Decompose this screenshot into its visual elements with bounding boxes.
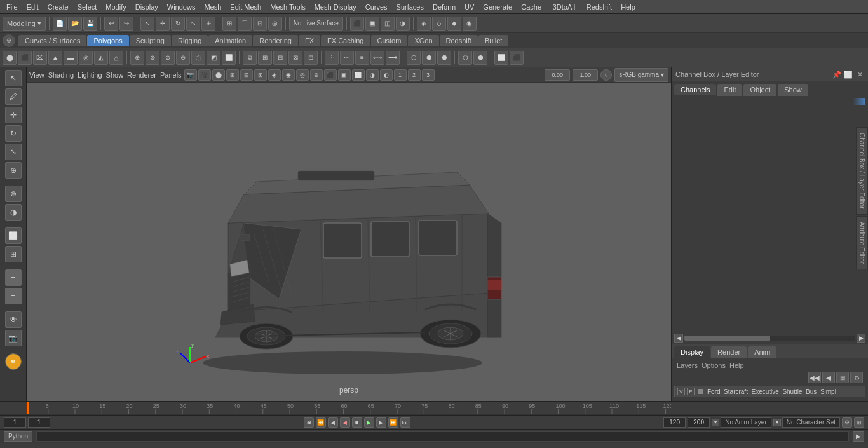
tab-rendering[interactable]: Rendering [253,35,298,46]
file-new-btn[interactable]: 📄 [53,17,67,31]
menu-edit-mesh[interactable]: Edit Mesh [226,2,265,12]
vp-res2-btn[interactable]: 2 [408,69,421,81]
attribute-editor-edge-tab[interactable]: Attribute Editor [856,216,868,269]
menu-deform[interactable]: Deform [429,2,459,12]
menu-file[interactable]: File [3,2,22,12]
disp-tab-display[interactable]: Display [674,346,710,358]
tab-sculpting[interactable]: Sculpting [130,35,171,46]
panel-close-btn[interactable]: ✕ [855,70,864,79]
vp-shading2-btn[interactable]: ▣ [338,69,351,81]
insert-loop-btn[interactable]: ⋯ [340,51,354,65]
prism-btn[interactable]: ◭ [94,51,108,65]
tab-fx-caching[interactable]: FX Caching [321,35,370,46]
python-lang-btn[interactable]: Python [4,431,32,442]
crease-btn[interactable]: ⬢ [422,51,436,65]
tab-xgen[interactable]: XGen [408,35,438,46]
current-frame-field[interactable]: 1 [4,417,26,428]
color-space-dropdown[interactable]: sRGB gamma▾ [614,68,668,82]
layer-ref-btn[interactable]: P [687,388,695,395]
render4-btn[interactable]: ◑ [396,17,410,31]
layers-prev-btn[interactable]: ◀◀ [808,372,821,383]
layers-back-btn[interactable]: ◀ [822,372,835,383]
vp-cam-btn[interactable]: 📷 [184,69,197,81]
menu-mesh-display[interactable]: Mesh Display [311,2,360,12]
menu-uv[interactable]: UV [461,2,478,12]
chamfer-btn[interactable]: ⬣ [437,51,451,65]
split-btn[interactable]: ⋮ [325,51,339,65]
connect-btn[interactable]: ⟶ [386,51,400,65]
menu-create[interactable]: Create [44,2,72,12]
vp-menu-renderer[interactable]: Renderer [127,71,156,79]
workspace-dropdown[interactable]: Modeling ▾ [3,17,46,31]
weld-btn[interactable]: ⬢ [473,51,487,65]
tab-fx[interactable]: FX [299,35,320,46]
pb-settings-btn[interactable]: ⚙ [842,417,852,428]
menu-surfaces[interactable]: Surfaces [393,2,428,12]
booleans-btn[interactable]: ⊖ [176,51,190,65]
viewport[interactable]: View Shading Lighting Show Renderer Pane… [27,67,671,401]
disp-tab-render[interactable]: Render [711,346,747,358]
snap-view-btn[interactable]: ◎ [268,17,282,31]
live-surface-btn[interactable]: No Live Surface [289,17,343,31]
symmetry-btn[interactable]: ⬛ [510,51,524,65]
extra4-btn[interactable]: ◉ [463,17,477,31]
smooth-btn[interactable]: ◌ [191,51,205,65]
vp-cam6-btn[interactable]: ⊠ [254,69,267,81]
layer-vis-btn[interactable]: V [677,388,685,395]
select-btn[interactable]: ↖ [140,17,154,31]
vp-menu-view[interactable]: View [29,71,44,79]
python-run-btn[interactable]: ▶ [853,431,864,442]
pb-next-key-btn[interactable]: ⏩ [388,417,398,428]
fill-btn[interactable]: ⊠ [288,51,302,65]
show-hide-btn[interactable]: ◑ [5,204,22,221]
plus1-btn[interactable]: + [5,269,22,286]
snap-btn[interactable]: ⊞ [5,246,22,262]
paint-btn[interactable]: 🖊 [5,88,22,105]
tab-redshift[interactable]: Redshift [440,35,478,46]
scroll-left-btn[interactable]: ◀ [674,334,683,343]
redo-btn[interactable]: ↪ [119,17,133,31]
ch-tab-edit[interactable]: Edit [717,84,742,96]
file-save-btn[interactable]: 💾 [83,17,97,31]
panel-expand-btn[interactable]: ⬜ [844,70,853,79]
camera-scale[interactable]: 1.00 [573,69,598,81]
universal-tool-btn[interactable]: ⊕ [5,162,22,179]
char-set-arrow[interactable]: ▾ [773,419,781,426]
cam-btn[interactable]: 📷 [5,330,22,346]
vp-shading1-btn[interactable]: ⬛ [324,69,337,81]
extra1-btn[interactable]: ◈ [417,17,431,31]
menu-help[interactable]: Help [617,2,639,12]
layers-tab-help[interactable]: Help [729,362,744,369]
vp-res1-btn[interactable]: 1 [394,69,407,81]
layers-make-btn[interactable]: ⊞ [836,372,849,383]
tab-curves-surfaces[interactable]: Curves / Surfaces [18,35,86,46]
vp-sel3-btn[interactable]: ◎ [296,69,309,81]
vp-sel2-btn[interactable]: ◉ [282,69,295,81]
settings-btn[interactable]: ⚙ [3,34,15,47]
extract-btn[interactable]: ⊘ [161,51,175,65]
select-mode-btn[interactable]: ↖ [5,70,22,86]
menu-windows[interactable]: Windows [163,2,200,12]
vp-sel1-btn[interactable]: ◈ [268,69,281,81]
disp-tab-anim[interactable]: Anim [748,346,776,358]
vp-cam3-btn[interactable]: ⬤ [212,69,225,81]
menu-cache[interactable]: Cache [517,2,545,12]
render-btn[interactable]: ⬛ [350,17,364,31]
tab-custom[interactable]: Custom [371,35,408,46]
channel-box-edge-tab[interactable]: Channel Box / Layer Editor [856,127,868,215]
timeline-ruler[interactable] [27,401,671,414]
snap-curve-btn[interactable]: ⌒ [238,17,252,31]
vp-cam4-btn[interactable]: ⊞ [226,69,239,81]
render2-btn[interactable]: ▣ [365,17,379,31]
scale-tool-btn[interactable]: ⤡ [5,144,22,160]
pb-play-back-btn[interactable]: ◀ [340,417,350,428]
separate-btn[interactable]: ⊗ [146,51,159,65]
menu-edit[interactable]: Edit [23,2,43,12]
mirror-btn[interactable]: ⬜ [494,51,508,65]
combine-btn[interactable]: ⊕ [130,51,144,65]
bridge-btn[interactable]: ⊞ [258,51,272,65]
ch-tab-object[interactable]: Object [743,84,776,96]
plane-btn[interactable]: ▬ [64,51,78,65]
menu-curves[interactable]: Curves [362,2,391,12]
tab-animation[interactable]: Animation [208,35,252,46]
